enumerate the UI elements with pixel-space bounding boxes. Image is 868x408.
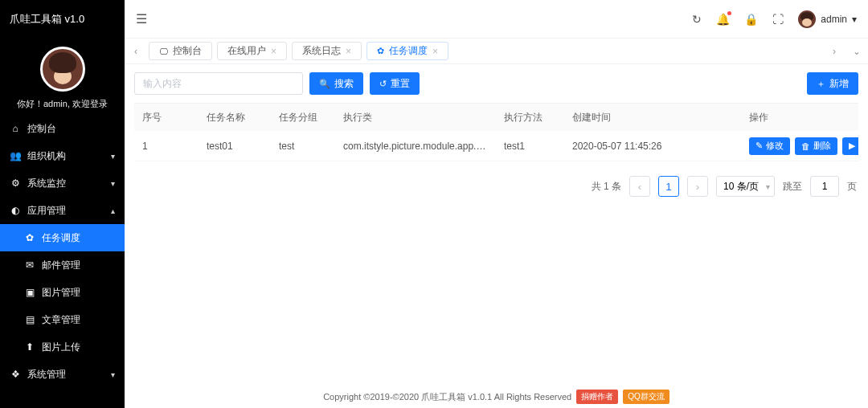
tab-console[interactable]: 🖵 控制台 — [149, 42, 212, 60]
btn-label: 重置 — [391, 77, 410, 91]
greeting-text: 你好！admin, 欢迎登录 — [17, 98, 108, 110]
trash-icon: 🗑 — [801, 141, 810, 151]
nav-item-org[interactable]: 👥 组织机构 ▾ — [0, 142, 125, 169]
tab-label: 控制台 — [173, 44, 202, 58]
th-created: 创建时间 — [564, 111, 741, 124]
tab-online-users[interactable]: 在线用户 × — [217, 42, 287, 60]
tab-syslog[interactable]: 系统日志 × — [292, 42, 362, 60]
table-header: 序号 任务名称 任务分组 执行类 执行方法 创建时间 操作 — [134, 104, 858, 131]
org-icon: 👥 — [10, 150, 21, 161]
cell-created: 2020-05-07 11:45:26 — [564, 141, 741, 152]
username: admin — [821, 14, 847, 25]
page-prev[interactable]: ‹ — [629, 176, 650, 197]
add-button[interactable]: ＋ 新增 — [807, 72, 858, 95]
th-method: 执行方法 — [496, 111, 564, 124]
nav-item-control[interactable]: ⌂ 控制台 — [0, 115, 125, 142]
pagination: 共 1 条 ‹ 1 › 10 条/页 跳至 页 — [134, 176, 858, 205]
refresh-icon[interactable]: ↻ — [692, 13, 702, 26]
bell-icon[interactable]: 🔔 — [716, 13, 730, 26]
edit-icon: ✎ — [755, 141, 763, 151]
th-class: 执行类 — [335, 111, 496, 124]
nav-label: 系统监控 — [27, 177, 66, 190]
jump-label: 跳至 — [783, 180, 802, 194]
brand-title: 爪哇工具箱 v1.0 — [0, 0, 125, 39]
btn-label: 新增 — [829, 77, 849, 91]
edit-button[interactable]: ✎修改 — [749, 137, 790, 155]
lock-icon[interactable]: 🔒 — [744, 13, 758, 26]
th-name: 任务名称 — [199, 111, 271, 124]
user-menu[interactable]: admin ▾ — [798, 10, 857, 28]
nav: ⌂ 控制台 👥 组织机构 ▾ ⚙ 系统监控 ▾ ◐ 应用管理 ▴ ✿ — [0, 115, 125, 408]
avatar-icon — [798, 10, 816, 28]
page-next[interactable]: › — [687, 176, 708, 197]
nav-sub-upload[interactable]: ⬆ 图片上传 — [0, 333, 125, 361]
nav-label: 文章管理 — [42, 313, 80, 327]
total-text: 共 1 条 — [592, 180, 621, 194]
chevron-down-icon: ▾ — [111, 179, 115, 188]
nav-label: 任务调度 — [42, 231, 80, 245]
nav-sub-article[interactable]: ▤ 文章管理 — [0, 306, 125, 333]
toolbar: 🔍 搜索 ↺ 重置 ＋ 新增 — [134, 72, 858, 95]
nav-sub-image[interactable]: ▣ 图片管理 — [0, 279, 125, 306]
chevron-down-icon: ▾ — [111, 152, 115, 161]
btn-label: 搜索 — [334, 77, 354, 91]
nav-label: 控制台 — [27, 122, 56, 136]
donate-button[interactable]: 捐赠作者 — [576, 390, 618, 404]
sidebar: 爪哇工具箱 v1.0 你好！admin, 欢迎登录 ⌂ 控制台 👥 组织机构 ▾… — [0, 0, 125, 408]
control-icon: ⌂ — [10, 123, 21, 134]
app-icon: ◐ — [10, 205, 21, 216]
menu-toggle-icon[interactable]: ☰ — [136, 11, 147, 27]
mail-icon: ✉ — [24, 259, 35, 271]
delete-button[interactable]: 🗑删除 — [795, 137, 837, 155]
nav-item-app[interactable]: ◐ 应用管理 ▴ — [0, 197, 125, 224]
tabs: 🖵 控制台 在线用户 × 系统日志 × ✿ 任务调度 × — [147, 39, 823, 63]
search-button[interactable]: 🔍 搜索 — [309, 72, 363, 95]
desktop-icon: 🖵 — [159, 47, 168, 56]
qq-button[interactable]: QQ群交流 — [623, 390, 669, 404]
tab-label: 系统日志 — [302, 44, 341, 58]
task-table: 序号 任务名称 任务分组 执行类 执行方法 创建时间 操作 1 test01 t… — [134, 103, 858, 161]
reset-button[interactable]: ↺ 重置 — [370, 72, 420, 95]
jump-input[interactable] — [810, 176, 839, 197]
tabs-prev[interactable]: ‹ — [125, 39, 147, 63]
profile-box: 你好！admin, 欢迎登录 — [0, 39, 125, 115]
jump-suffix: 页 — [847, 180, 857, 194]
footer: Copyright ©2019-©2020 爪哇工具箱 v1.0.1 All R… — [125, 386, 868, 408]
nav-item-sysmgr[interactable]: ❖ 系统管理 ▾ — [0, 361, 125, 388]
task-icon: ✿ — [24, 232, 35, 243]
nav-label: 应用管理 — [27, 204, 66, 218]
nav-label: 组织机构 — [27, 149, 66, 163]
close-icon[interactable]: × — [271, 46, 276, 57]
upload-icon: ⬆ — [24, 341, 35, 353]
gear-icon: ✿ — [377, 46, 384, 56]
page-size-wrap: 10 条/页 — [716, 176, 775, 197]
close-icon[interactable]: × — [346, 46, 351, 57]
nav-item-monitor[interactable]: ⚙ 系统监控 ▾ — [0, 169, 125, 197]
play-icon: ▶ — [849, 141, 855, 151]
search-input[interactable] — [134, 72, 303, 95]
tabs-more[interactable]: ⌄ — [845, 39, 868, 63]
chevron-down-icon: ▾ — [111, 370, 115, 379]
tab-task[interactable]: ✿ 任务调度 × — [366, 42, 448, 60]
cell-idx: 1 — [134, 141, 199, 152]
nav-sub-task[interactable]: ✿ 任务调度 — [0, 224, 125, 251]
th-ops: 操作 — [741, 111, 858, 124]
cell-name: test01 — [199, 141, 271, 152]
page-size-select[interactable]: 10 条/页 — [716, 176, 775, 197]
fullscreen-icon[interactable]: ⛶ — [772, 13, 784, 26]
page-number[interactable]: 1 — [658, 176, 679, 197]
main: ☰ ↻ 🔔 🔒 ⛶ admin ▾ ‹ 🖵 控制台 — [125, 0, 868, 408]
topbar: ☰ ↻ 🔔 🔒 ⛶ admin ▾ — [125, 0, 868, 39]
cell-class: com.itstyle.picture.module.app.task.Tool… — [335, 141, 496, 152]
tabs-next[interactable]: › — [823, 39, 845, 63]
close-icon[interactable]: × — [432, 46, 438, 57]
btn-label: 删除 — [813, 140, 831, 152]
tab-label: 在线用户 — [227, 44, 266, 58]
cell-ops: ✎修改 🗑删除 ▶执行 ❚❚停止 — [741, 137, 858, 155]
search-icon: 🔍 — [319, 79, 330, 89]
run-button[interactable]: ▶执行 — [842, 137, 858, 155]
monitor-icon: ⚙ — [10, 177, 21, 189]
caret-down-icon: ▾ — [852, 14, 857, 25]
nav-sub-mail[interactable]: ✉ 邮件管理 — [0, 251, 125, 279]
plus-icon: ＋ — [817, 78, 825, 90]
